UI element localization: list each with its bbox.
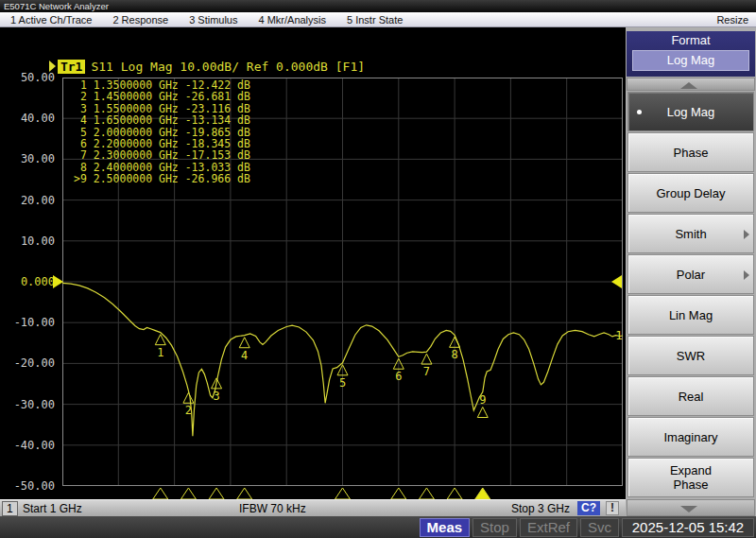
softkey-label: Smith: [675, 227, 706, 241]
softkey-imaginary[interactable]: Imaginary: [627, 417, 754, 457]
status-indicator-stop: Stop: [472, 518, 517, 537]
status-indicator-svc: Svc: [580, 518, 619, 537]
softkey-scroll-up[interactable]: [627, 78, 755, 91]
softkey-scroll-down[interactable]: [627, 499, 755, 516]
instrument-screen: Tr1S11 Log Mag 10.00dB/ Ref 0.000dB [F1]…: [0, 27, 626, 499]
ifbw-label: IFBW 70 kHz: [239, 501, 306, 516]
marker-number-7: 7: [423, 365, 430, 378]
y-tick-label: -10.00: [4, 315, 55, 330]
stimulus-bar: 1 Start 1 GHz IFBW 70 kHz Stop 3 GHz C? …: [0, 499, 627, 516]
marker-triangle-2: [183, 392, 194, 403]
menu-bar: 1 Active Ch/Trace2 Response3 Stimulus4 M…: [0, 12, 756, 27]
chevron-down-icon: [680, 506, 697, 512]
marker-table-row: 4 1.6500000 GHz -13.134 dB: [74, 114, 250, 126]
softkey-menu: Format Log Mag Log MagPhaseGroup DelaySm…: [626, 27, 756, 516]
y-tick-label: 40.00: [4, 111, 55, 126]
marker-triangle-4: [239, 338, 249, 348]
y-tick-label: 0.000: [4, 274, 55, 289]
datetime-display: 2025-12-05 15:42: [622, 518, 754, 537]
marker-table: 1 1.3500000 GHz -12.422 dB 2 1.4500000 G…: [74, 79, 250, 185]
menu-item-response[interactable]: 2 Response: [102, 14, 179, 26]
warning-badge: !: [606, 501, 619, 515]
marker-triangle-9: [477, 407, 488, 417]
start-frequency-label: Start 1 GHz: [23, 501, 82, 516]
stimulus-marker-triangle-4: [237, 488, 252, 499]
marker-table-row: >9 2.5000000 GHz -26.966 dB: [74, 173, 250, 184]
correction-status-badge: C?: [577, 501, 600, 515]
window-titlebar[interactable]: E5071C Network Analyzer: [0, 0, 756, 12]
status-indicator-meas: Meas: [420, 518, 471, 537]
submenu-arrow-icon: [744, 270, 749, 280]
stimulus-marker-triangle-7: [419, 488, 434, 499]
stimulus-marker-triangle-1: [153, 488, 168, 499]
y-tick-label: 10.00: [4, 234, 55, 249]
channel-number-box: 1: [2, 501, 18, 516]
y-tick-label: 30.00: [4, 151, 55, 166]
softkey-label: Group Delay: [657, 186, 726, 200]
marker-number-5: 5: [339, 376, 346, 390]
y-tick-label: -50.00: [4, 478, 55, 494]
marker-triangle-7: [421, 354, 432, 364]
trace-end-label: 1: [615, 328, 623, 342]
marker-number-1: 1: [157, 346, 163, 359]
status-indicator-extref: ExtRef: [520, 518, 577, 537]
softkey-label: Real: [679, 390, 704, 404]
status-bar: MeasStopExtRefSvc 2025-12-05 15:42: [0, 516, 756, 538]
stimulus-marker-triangle-9: [475, 488, 490, 499]
softkey-real[interactable]: Real: [627, 376, 754, 416]
marker-number-9: 9: [479, 393, 486, 407]
selected-bullet-icon: [637, 110, 642, 114]
marker-number-6: 6: [395, 370, 402, 383]
stimulus-marker-triangle-5: [335, 488, 351, 499]
reference-level-triangle-left: [53, 275, 63, 288]
chevron-up-icon: [680, 82, 697, 89]
stimulus-marker-triangle-8: [447, 488, 462, 499]
softkey-label: Phase: [674, 477, 709, 492]
softkey-smith[interactable]: Smith: [627, 214, 754, 253]
menu-item-mkr-analysis[interactable]: 4 Mkr/Analysis: [248, 14, 336, 26]
softkey-swr[interactable]: SWR: [627, 336, 754, 375]
y-tick-label: -30.00: [4, 397, 55, 412]
stimulus-marker-triangle-3: [209, 488, 224, 499]
softkey-label: Log Mag: [667, 105, 715, 119]
softkey-polar[interactable]: Polar: [627, 254, 754, 294]
softkey-phase[interactable]: Phase: [627, 132, 754, 172]
marker-number-2: 2: [185, 404, 192, 417]
softkey-label: Expand: [670, 463, 712, 477]
softkey-label: Polar: [677, 268, 705, 282]
softkey-label: SWR: [677, 349, 705, 363]
softkey-label: Lin Mag: [669, 308, 713, 322]
stop-frequency-label: Stop 3 GHz: [511, 501, 570, 516]
marker-table-row: 2 1.4500000 GHz -26.681 dB: [74, 91, 250, 102]
marker-number-8: 8: [451, 348, 457, 361]
window-title: E5071C Network Analyzer: [4, 1, 109, 11]
softkey-label: Phase: [674, 146, 709, 160]
softkey-lin-mag[interactable]: Lin Mag: [627, 295, 754, 335]
softkey-expand-phase[interactable]: ExpandPhase: [627, 458, 754, 497]
softkey-menu-title: Format: [627, 31, 755, 50]
resize-button[interactable]: Resize: [709, 14, 756, 26]
trace-badge: Tr1: [58, 60, 85, 74]
trace-status-line[interactable]: Tr1S11 Log Mag 10.00dB/ Ref 0.000dB [F1]: [5, 45, 365, 61]
stimulus-marker-triangle-6: [391, 488, 406, 499]
softkey-current-value: Log Mag: [632, 50, 749, 71]
y-tick-label: 50.00: [4, 70, 55, 85]
y-tick-label: 20.00: [4, 193, 55, 208]
menu-item-stimulus[interactable]: 3 Stimulus: [179, 14, 248, 26]
stimulus-marker-triangle-2: [180, 488, 196, 499]
app-window: E5071C Network Analyzer 1 Active Ch/Trac…: [0, 0, 756, 538]
reference-level-triangle-right: [611, 275, 622, 288]
softkey-label: Imaginary: [663, 430, 717, 444]
y-tick-label: -40.00: [4, 438, 55, 453]
softkey-menu-header: Format Log Mag: [627, 31, 755, 77]
trace-settings-text: S11 Log Mag 10.00dB/ Ref 0.000dB [F1]: [91, 60, 365, 74]
marker-table-row: 7 2.3000000 GHz -17.153 dB: [74, 149, 250, 161]
menu-item-instr-state[interactable]: 5 Instr State: [336, 14, 413, 26]
softkey-group-delay[interactable]: Group Delay: [627, 173, 754, 213]
menu-item-active-ch-trace[interactable]: 1 Active Ch/Trace: [0, 14, 102, 26]
submenu-arrow-icon: [744, 230, 749, 239]
marker-number-4: 4: [241, 349, 248, 362]
marker-number-3: 3: [213, 390, 219, 403]
y-tick-label: -20.00: [4, 356, 55, 371]
softkey-log-mag[interactable]: Log Mag: [627, 92, 754, 131]
